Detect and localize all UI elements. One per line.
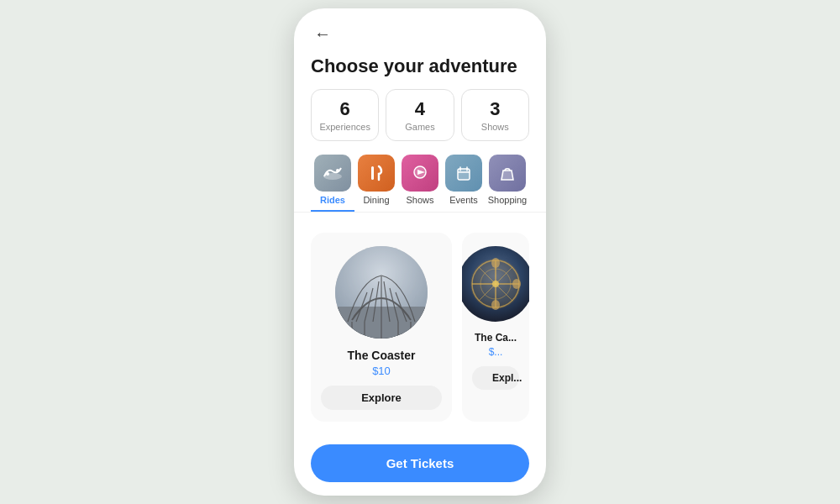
category-tabs: Rides Dining Shows [294, 155, 546, 212]
rides-icon [314, 155, 351, 192]
svg-rect-24 [335, 246, 428, 339]
svg-rect-3 [371, 166, 374, 180]
page-title: Choose your adventure [294, 52, 546, 89]
card-coaster[interactable]: The Coaster $10 Explore [311, 233, 452, 422]
cards-row: The Coaster $10 Explore [311, 233, 529, 422]
stat-number-shows: 3 [490, 98, 500, 120]
carousel-price: $... [489, 346, 503, 358]
coaster-price: $10 [372, 365, 391, 377]
shows-icon [402, 155, 438, 192]
carousel-name: The Ca... [475, 332, 517, 344]
tab-shows-label: Shows [406, 195, 433, 205]
tab-shopping[interactable]: Shopping [486, 155, 529, 212]
tab-shows[interactable]: Shows [398, 155, 442, 212]
coaster-image [335, 246, 428, 339]
divider [294, 212, 546, 213]
svg-rect-5 [458, 169, 470, 180]
coaster-explore-button[interactable]: Explore [321, 386, 442, 410]
events-icon [445, 155, 482, 192]
screen: ← Choose your adventure 6 Experiences 4 … [294, 8, 546, 496]
stats-row: 6 Experiences 4 Games 3 Shows [294, 89, 546, 155]
cards-section: The Coaster $10 Explore [294, 223, 546, 434]
footer-section: Get Tickets [294, 434, 546, 496]
tab-shopping-label: Shopping [488, 195, 528, 205]
stat-shows[interactable]: 3 Shows [461, 89, 529, 141]
stat-label-games: Games [405, 122, 434, 132]
tab-events-label: Events [449, 195, 478, 205]
phone-container: ← Choose your adventure 6 Experiences 4 … [294, 8, 546, 496]
stat-label-experiences: Experiences [319, 122, 370, 132]
stat-number-experiences: 6 [340, 98, 350, 120]
svg-point-40 [470, 259, 521, 309]
stat-label-shows: Shows [481, 122, 509, 132]
tab-events[interactable]: Events [442, 155, 486, 212]
tab-rides-label: Rides [320, 195, 345, 205]
tab-dining[interactable]: Dining [354, 155, 398, 212]
get-tickets-button[interactable]: Get Tickets [311, 444, 529, 482]
back-button[interactable]: ← [311, 22, 334, 45]
stat-experiences[interactable]: 6 Experiences [311, 89, 379, 141]
tab-dining-label: Dining [363, 195, 389, 205]
shopping-icon [489, 155, 526, 192]
stat-games[interactable]: 4 Games [386, 89, 454, 141]
svg-point-2 [336, 169, 339, 172]
coaster-name: The Coaster [348, 349, 416, 362]
svg-point-1 [326, 172, 329, 176]
card-carousel[interactable]: The Ca... $... Expl... [462, 233, 529, 422]
tab-rides[interactable]: Rides [311, 155, 354, 212]
dining-icon [358, 155, 395, 192]
carousel-image [462, 246, 529, 322]
top-bar: ← [294, 8, 546, 52]
carousel-explore-button[interactable]: Expl... [472, 366, 519, 390]
stat-number-games: 4 [415, 98, 425, 120]
